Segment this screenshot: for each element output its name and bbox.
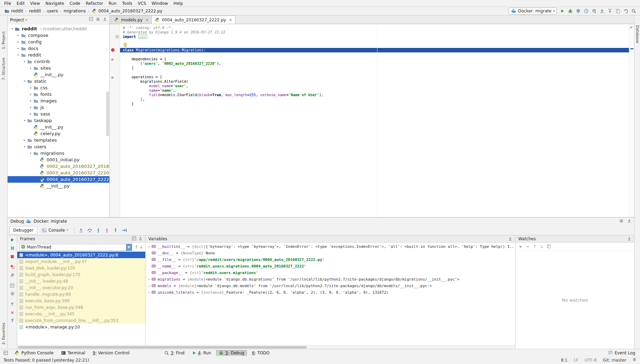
breadcrumb-item[interactable]: users [45,8,59,14]
tree-item[interactable]: ▸docs [8,45,109,52]
expand-icon[interactable]: ▸ [147,245,151,248]
code-line[interactable]: dependencies = [ [120,57,629,61]
debug-hide-button[interactable] [627,219,631,224]
status-widget[interactable]: UTF-8 [585,358,597,363]
menu-view[interactable]: View [27,1,42,6]
project-panel-title[interactable]: Project [10,18,24,22]
expand-icon[interactable]: ▸ [147,284,151,287]
tool-stripe-button-database[interactable]: Database [635,22,640,47]
chevron-right-icon[interactable]: ▸ [16,40,21,43]
chevron-right-icon[interactable]: ▸ [28,67,33,70]
tree-item[interactable]: 0003_auto_20160327_2220.py [8,170,109,176]
menu-run[interactable]: Run [106,1,119,6]
tree-item[interactable]: ▸config [8,39,109,45]
exec-line-stripe-mark[interactable] [630,48,633,49]
code-line[interactable]: ('users', '0003_auto_20160327_2220'), [120,61,629,66]
code-line[interactable]: model_name='user', [120,84,629,88]
add-watch-button[interactable]: + [519,244,522,249]
run-to-cursor-button[interactable] [120,226,128,234]
code-line[interactable] [120,52,629,57]
code-line[interactable]: import ... [120,34,629,39]
toolwindow-switcher-icon[interactable] [2,349,9,356]
move-down-watch-button[interactable]: ↓ [540,244,543,249]
close-tab-icon[interactable]: × [145,18,149,22]
project-hide-button[interactable] [103,17,107,23]
frame-row[interactable]: build_graph, loader.py:170 [17,271,145,278]
code-line[interactable]: ), [120,97,629,102]
tree-item[interactable]: ▸js [8,104,109,111]
previous-frame-button[interactable]: ↑ [134,245,139,250]
chevron-down-icon[interactable]: ▾ [10,27,14,30]
notifications-icon[interactable] [632,357,637,363]
menu-window[interactable]: Window [149,1,171,6]
chevron-down-icon[interactable]: ▾ [22,145,27,148]
watches-hide-button[interactable] [627,236,631,242]
thread-select[interactable]: MainThread ▼ [19,244,132,251]
frame-row[interactable]: import_module, __init__.py:37 [17,258,145,265]
step-into-button[interactable] [94,226,102,234]
breadcrumb-item[interactable]: reddit [3,8,24,14]
event-log-button[interactable]: Event Log [605,350,638,356]
tree-item[interactable]: celery.py [8,130,109,137]
chevron-down-icon[interactable]: ▾ [28,152,33,155]
next-frame-button[interactable]: ↓ [139,245,144,250]
toolwindow-button[interactable]: 6: TODO [249,350,272,356]
status-widget[interactable]: Git: master [603,358,626,363]
menu-navigate[interactable]: Navigate [43,1,67,6]
tool-stripe-button-favorites[interactable]: 2: Favorites [1,318,6,349]
chevron-right-icon[interactable]: ▸ [28,86,33,89]
settings-button[interactable] [9,291,16,296]
debug-settings-button[interactable] [619,219,624,224]
variable-row[interactable]: ▸unicode_literals = {instance}_Feature: … [146,289,515,296]
toolwindow-button[interactable]: 9: Version Control [90,350,132,356]
scrollbar-thumb[interactable] [18,346,307,348]
code-line[interactable]: # Generated by Django 1.9.4 on 2016-03-2… [120,30,629,34]
tree-item[interactable]: ▸images [8,98,109,104]
toolwindow-button[interactable]: 4: Run [189,350,214,356]
variable-row[interactable]: __package__ = {str}'reddit.users.migrati… [146,270,515,276]
chevron-down-icon[interactable]: ▾ [16,53,21,57]
chevron-down-icon[interactable]: ▾ [22,80,27,83]
expand-icon[interactable]: ▸ [147,291,151,294]
chevron-down-icon[interactable]: ▾ [22,119,27,122]
copy-watch-button[interactable] [547,244,551,249]
debug-button[interactable] [567,8,574,15]
breadcrumb-item[interactable]: 0004_auto_20160327_2222.py [90,8,164,14]
tree-item[interactable]: __init__.py [8,71,109,78]
tree-item[interactable]: ▸fonts [8,91,109,98]
coverage-button[interactable] [574,8,582,15]
toolwindow-button[interactable]: Python Console [11,350,56,356]
move-up-watch-button[interactable]: ↑ [533,244,536,249]
code-line[interactable]: operations = [ [120,75,629,79]
code-line[interactable]: ] [120,102,629,106]
chevron-right-icon[interactable]: ▸ [16,47,21,50]
frame-row[interactable]: execute, base.py:399 [17,297,145,304]
menu-edit[interactable]: Edit [14,1,27,6]
frames-hide-button[interactable] [138,236,142,242]
tree-item[interactable]: ▸templates [8,137,109,143]
variable-row[interactable]: ▸models = {module}<module 'django.db.mod… [146,283,515,289]
execution-line[interactable]: class Migration(migrations.Migration): [120,48,629,52]
variable-row[interactable]: __file__ = {str}'/app/reddit/users/migra… [146,256,515,263]
run-manager-button[interactable] [590,8,598,15]
frame-row[interactable]: handle, migrate.py:89 [17,291,145,297]
toolwindow-button[interactable]: 5: Debug [216,350,247,356]
tree-item[interactable]: ▾taskapp [8,117,109,124]
breadcrumb-item[interactable]: migrations [62,8,87,14]
breakpoint-icon[interactable] [111,48,115,52]
pause-button[interactable] [9,245,16,251]
tree-item[interactable]: __init__.py [8,124,109,130]
editor-gutter[interactable]: + [110,24,120,217]
run-button[interactable] [559,8,566,15]
debug-tab-debugger[interactable]: Debugger [9,226,37,234]
variable-row[interactable]: ▸migrations = {module}<module 'django.db… [146,276,515,283]
fold-expand-icon[interactable]: + [116,35,119,38]
chevron-right-icon[interactable]: ▸ [28,93,33,96]
variable-row[interactable]: __name__ = {str}'reddit.users.migrations… [146,263,515,270]
menu-code[interactable]: Code [67,1,83,6]
status-widget[interactable]: LF [574,358,579,363]
frame-row[interactable]: execute_from_command_line, __init__.py:3… [17,317,145,324]
menu-tools[interactable]: Tools [119,1,135,6]
frame-row[interactable]: <module>, 0004_auto_20160327_2222.py:8 [17,252,145,258]
menu-help[interactable]: Help [171,1,186,6]
